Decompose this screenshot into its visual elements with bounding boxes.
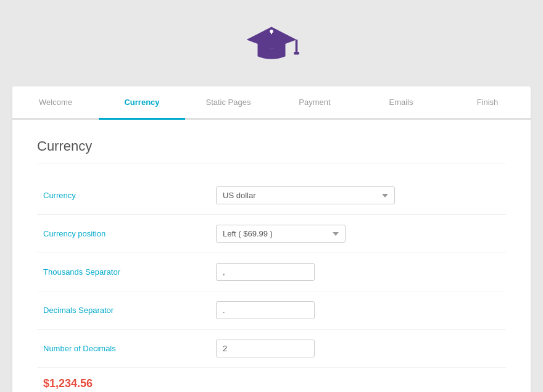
currency-position-label: Currency position xyxy=(37,215,210,253)
thousands-separator-label: Thousands Separator xyxy=(37,253,210,291)
tab-finish[interactable]: Finish xyxy=(444,86,531,118)
num-decimals-label: Number of Decimals xyxy=(37,330,210,368)
main-card: Welcome Currency Static Pages Payment Em… xyxy=(12,86,531,392)
settings-form: Currency US dollar Euro British Pound Cu… xyxy=(37,177,506,368)
tab-payment[interactable]: Payment xyxy=(272,86,358,118)
logo-area xyxy=(244,0,299,86)
currency-select[interactable]: US dollar Euro British Pound xyxy=(216,186,395,204)
decimals-separator-row: Decimals Separator xyxy=(37,291,506,330)
thousands-separator-input[interactable] xyxy=(216,263,315,281)
thousands-separator-row: Thousands Separator xyxy=(37,253,506,291)
tab-currency[interactable]: Currency xyxy=(99,86,185,118)
svg-rect-2 xyxy=(294,52,299,55)
tab-welcome[interactable]: Welcome xyxy=(12,86,99,118)
currency-row: Currency US dollar Euro British Pound xyxy=(37,177,506,215)
currency-position-row: Currency position Left ( $69.99 ) Right … xyxy=(37,215,506,253)
currency-label: Currency xyxy=(37,177,210,215)
decimals-separator-label: Decimals Separator xyxy=(37,291,210,330)
svg-point-4 xyxy=(270,30,273,33)
tab-emails[interactable]: Emails xyxy=(358,86,444,118)
content-area: Currency Currency US dollar Euro British… xyxy=(12,120,531,392)
decimals-separator-input[interactable] xyxy=(216,301,315,319)
graduation-cap-icon xyxy=(244,19,299,74)
tabs-nav: Welcome Currency Static Pages Payment Em… xyxy=(12,86,531,120)
num-decimals-input[interactable] xyxy=(216,340,315,357)
tab-static-pages[interactable]: Static Pages xyxy=(185,86,272,118)
price-preview: $1,234.56 xyxy=(37,368,506,392)
page-title: Currency xyxy=(37,138,506,164)
currency-position-select[interactable]: Left ( $69.99 ) Right ( 69.99$ ) xyxy=(216,225,346,243)
num-decimals-row: Number of Decimals xyxy=(37,330,506,368)
